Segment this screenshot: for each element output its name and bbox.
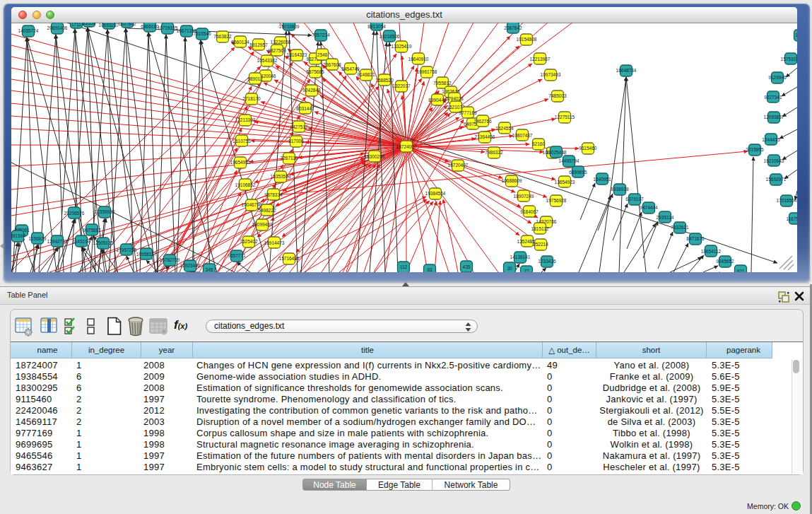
svg-text:9827509: 9827509 bbox=[268, 48, 286, 53]
svg-text:15720407: 15720407 bbox=[448, 163, 469, 168]
svg-text:16961758: 16961758 bbox=[417, 69, 437, 74]
svg-text:18164323: 18164323 bbox=[287, 52, 307, 57]
svg-text:1145194: 1145194 bbox=[73, 239, 90, 244]
svg-text:9129946: 9129946 bbox=[768, 75, 787, 80]
svg-text:1733426: 1733426 bbox=[538, 259, 556, 264]
svg-text:62160: 62160 bbox=[532, 141, 545, 146]
svg-text:12942737: 12942737 bbox=[47, 239, 68, 244]
svg-text:17957255: 17957255 bbox=[117, 247, 137, 252]
svg-text:9115460: 9115460 bbox=[579, 146, 597, 151]
svg-text:7632621: 7632621 bbox=[671, 225, 689, 230]
svg-text:18300295: 18300295 bbox=[365, 154, 385, 159]
svg-text:435: 435 bbox=[463, 264, 471, 269]
svg-text:13226058: 13226058 bbox=[271, 40, 291, 45]
svg-text:15692971: 15692971 bbox=[766, 177, 787, 182]
svg-text:12093837: 12093837 bbox=[764, 115, 784, 119]
svg-text:7515546: 7515546 bbox=[193, 31, 211, 36]
svg-text:14495794: 14495794 bbox=[559, 158, 579, 163]
svg-text:9474444: 9474444 bbox=[640, 205, 658, 210]
svg-text:1588520: 1588520 bbox=[375, 78, 394, 83]
svg-text:817006: 817006 bbox=[288, 139, 304, 144]
svg-text:12213303: 12213303 bbox=[235, 117, 256, 122]
svg-text:1244415: 1244415 bbox=[762, 137, 780, 142]
svg-text:14055724: 14055724 bbox=[18, 28, 39, 33]
svg-text:15751074: 15751074 bbox=[781, 57, 797, 62]
svg-text:12923446: 12923446 bbox=[180, 263, 201, 268]
svg-text:16210643: 16210643 bbox=[764, 158, 784, 163]
svg-text:17016504: 17016504 bbox=[777, 198, 797, 203]
svg-text:10688609: 10688609 bbox=[502, 178, 522, 183]
svg-text:13325419: 13325419 bbox=[392, 44, 412, 49]
svg-text:63: 63 bbox=[427, 267, 433, 272]
svg-text:9427512: 9427512 bbox=[290, 124, 308, 129]
svg-text:77: 77 bbox=[524, 269, 529, 272]
svg-text:17359928: 17359928 bbox=[95, 209, 115, 214]
svg-text:8031447: 8031447 bbox=[296, 106, 314, 111]
svg-text:1117: 1117 bbox=[795, 33, 797, 37]
svg-text:7357224: 7357224 bbox=[312, 33, 330, 37]
svg-text:6966160: 6966160 bbox=[141, 24, 159, 29]
svg-text:19106852: 19106852 bbox=[235, 182, 256, 187]
svg-text:1815112: 1815112 bbox=[531, 226, 549, 231]
svg-text:7955812: 7955812 bbox=[433, 81, 452, 86]
svg-text:1527602: 1527602 bbox=[118, 23, 136, 26]
svg-text:112: 112 bbox=[400, 264, 408, 269]
svg-text:14099489: 14099489 bbox=[252, 222, 273, 227]
svg-text:10653287: 10653287 bbox=[99, 23, 119, 28]
svg-text:9245652: 9245652 bbox=[716, 259, 734, 264]
svg-text:8660124: 8660124 bbox=[231, 40, 249, 45]
svg-text:18907249: 18907249 bbox=[514, 194, 534, 199]
svg-text:8813054: 8813054 bbox=[367, 24, 386, 29]
svg-text:10719155: 10719155 bbox=[158, 25, 178, 30]
svg-text:2087642: 2087642 bbox=[504, 25, 522, 30]
svg-text:15716485: 15716485 bbox=[279, 256, 300, 261]
svg-text:30: 30 bbox=[507, 266, 512, 271]
svg-text:9777169: 9777169 bbox=[459, 110, 477, 115]
svg-text:7462766: 7462766 bbox=[473, 119, 492, 124]
svg-text:7625402: 7625402 bbox=[240, 239, 258, 244]
svg-text:13654923: 13654923 bbox=[555, 180, 575, 185]
svg-text:3267110: 3267110 bbox=[281, 156, 298, 160]
svg-text:1610755: 1610755 bbox=[233, 139, 251, 144]
svg-text:921: 921 bbox=[737, 269, 745, 272]
svg-text:8912957: 8912957 bbox=[249, 42, 268, 47]
svg-text:9242848: 9242848 bbox=[302, 88, 321, 93]
svg-text:6899695: 6899695 bbox=[569, 170, 587, 175]
svg-text:391594: 391594 bbox=[11, 233, 25, 238]
svg-text:5498222: 5498222 bbox=[258, 208, 276, 213]
svg-text:1322037: 1322037 bbox=[392, 83, 411, 88]
svg-text:1640951: 1640951 bbox=[593, 177, 611, 182]
svg-text:2546: 2546 bbox=[317, 52, 328, 57]
svg-text:10958117: 10958117 bbox=[136, 252, 157, 257]
svg-text:1711: 1711 bbox=[71, 23, 81, 27]
svg-text:16033809: 16033809 bbox=[279, 24, 300, 29]
svg-text:9657771: 9657771 bbox=[228, 253, 246, 258]
svg-text:9146821: 9146821 bbox=[357, 72, 375, 77]
svg-text:6794028: 6794028 bbox=[445, 96, 464, 101]
svg-text:10973493: 10973493 bbox=[541, 72, 561, 77]
svg-text:10025438: 10025438 bbox=[546, 150, 567, 155]
svg-text:345: 345 bbox=[206, 267, 213, 272]
svg-text:7485003: 7485003 bbox=[548, 93, 567, 98]
svg-text:16648784: 16648784 bbox=[616, 68, 637, 73]
svg-text:8938928: 8938928 bbox=[611, 187, 629, 192]
svg-text:10154808: 10154808 bbox=[517, 37, 537, 42]
svg-text:19218506: 19218506 bbox=[379, 34, 400, 39]
svg-text:16640910: 16640910 bbox=[408, 57, 429, 62]
svg-text:7663822: 7663822 bbox=[213, 34, 232, 39]
svg-text:9878334: 9878334 bbox=[264, 192, 283, 197]
svg-text:10543382: 10543382 bbox=[257, 58, 278, 63]
svg-text:10654112: 10654112 bbox=[701, 249, 722, 254]
svg-text:20691406: 20691406 bbox=[47, 25, 68, 30]
svg-text:1624554: 1624554 bbox=[495, 126, 514, 131]
svg-text:8471676: 8471676 bbox=[686, 236, 705, 241]
svg-text:14136141: 14136141 bbox=[510, 255, 531, 259]
svg-text:7986322: 7986322 bbox=[485, 150, 503, 155]
svg-text:989012: 989012 bbox=[247, 76, 263, 81]
svg-text:2935114: 2935114 bbox=[657, 215, 674, 220]
svg-text:12213967: 12213967 bbox=[530, 57, 551, 62]
svg-text:18724007: 18724007 bbox=[396, 144, 417, 149]
svg-text:1167533: 1167533 bbox=[787, 216, 797, 221]
svg-text:16782759: 16782759 bbox=[160, 257, 180, 262]
svg-text:33358: 33358 bbox=[83, 23, 95, 25]
